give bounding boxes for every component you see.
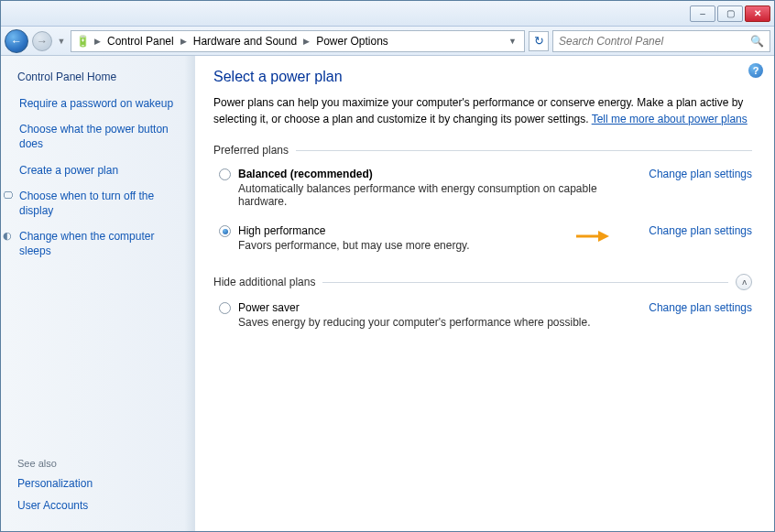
- maximize-button[interactable]: ▢: [717, 5, 743, 22]
- address-bar: ← → ▼ 🔋 ▶ Control Panel ▶ Hardware and S…: [1, 27, 774, 56]
- see-also-header: See also: [17, 458, 183, 469]
- breadcrumb-root[interactable]: Control Panel: [105, 35, 176, 48]
- refresh-button[interactable]: ↻: [529, 31, 549, 51]
- divider: [296, 150, 752, 151]
- forward-icon: →: [37, 35, 48, 48]
- intro-text: Power plans can help you maximize your c…: [213, 94, 752, 127]
- sidebar-link-turn-off-display[interactable]: 🖵Choose when to turn off the display: [17, 189, 183, 218]
- help-icon[interactable]: ?: [748, 63, 763, 78]
- forward-button[interactable]: →: [32, 31, 52, 51]
- tell-me-more-link[interactable]: Tell me more about power plans: [592, 113, 748, 125]
- search-input[interactable]: [559, 35, 750, 48]
- change-plan-settings-saver[interactable]: Change plan settings: [649, 301, 752, 314]
- breadcrumb-box[interactable]: 🔋 ▶ Control Panel ▶ Hardware and Sound ▶…: [71, 30, 525, 52]
- plan-desc: Automatically balances performance with …: [238, 182, 639, 208]
- sidebar-item-label: User Accounts: [17, 498, 88, 513]
- breadcrumb-mid[interactable]: Hardware and Sound: [191, 35, 299, 48]
- page-title: Select a power plan: [213, 69, 752, 85]
- close-button[interactable]: ✕: [745, 5, 770, 22]
- sidebar-link-create-plan[interactable]: Create a power plan: [17, 163, 183, 178]
- annotation-arrow-icon: [576, 230, 609, 243]
- chevron-right-icon: ▶: [92, 37, 104, 46]
- search-icon: 🔍: [750, 35, 764, 48]
- change-plan-settings-high[interactable]: Change plan settings: [649, 224, 752, 237]
- minimize-button[interactable]: –: [690, 5, 715, 22]
- blank-icon: [3, 122, 16, 151]
- moon-icon: ◐: [3, 229, 16, 258]
- control-panel-home-link[interactable]: Control Panel Home: [17, 71, 183, 83]
- back-button[interactable]: ←: [5, 29, 28, 53]
- svg-marker-1: [598, 231, 609, 242]
- sidebar: Control Panel Home Require a password on…: [1, 56, 195, 531]
- sidebar-item-label: Require a password on wakeup: [19, 96, 173, 111]
- plan-power-saver[interactable]: Power saver Saves energy by reducing you…: [213, 299, 752, 343]
- divider: [322, 282, 728, 283]
- sidebar-link-personalization[interactable]: Personalization: [17, 476, 183, 491]
- radio-power-saver[interactable]: [219, 302, 231, 314]
- close-icon: ✕: [754, 8, 761, 18]
- power-options-icon: 🔋: [75, 34, 90, 49]
- breadcrumb-dropdown[interactable]: ▼: [505, 37, 520, 46]
- chevron-right-icon: ▶: [178, 37, 190, 46]
- plan-high-performance[interactable]: High performance Favors performance, but…: [213, 223, 752, 266]
- sidebar-link-power-button[interactable]: Choose what the power button does: [17, 122, 183, 151]
- nav-history-dropdown[interactable]: ▼: [56, 31, 67, 51]
- sidebar-link-password-wakeup[interactable]: Require a password on wakeup: [17, 96, 183, 111]
- sidebar-item-label: Choose what the power button does: [19, 122, 183, 151]
- section-label: Hide additional plans: [213, 276, 315, 288]
- chevron-right-icon: ▶: [300, 37, 312, 46]
- collapse-icon[interactable]: ʌ: [736, 274, 752, 290]
- plan-desc: Saves energy by reducing your computer's…: [238, 316, 639, 329]
- plan-name-label: High performance: [238, 224, 325, 237]
- titlebar: – ▢ ✕: [1, 1, 774, 27]
- radio-balanced[interactable]: [219, 168, 231, 180]
- preferred-plans-header: Preferred plans: [213, 144, 752, 157]
- radio-high-performance[interactable]: [219, 225, 231, 237]
- sidebar-item-label: Personalization: [17, 476, 93, 491]
- sidebar-item-label: Choose when to turn off the display: [19, 189, 183, 218]
- sidebar-item-label: Change when the computer sleeps: [19, 229, 183, 258]
- section-label: Preferred plans: [213, 144, 289, 157]
- plan-balanced[interactable]: Balanced (recommended) Automatically bal…: [213, 166, 752, 223]
- back-icon: ←: [11, 35, 22, 48]
- blank-icon: [3, 163, 16, 178]
- sidebar-item-label: Create a power plan: [19, 163, 118, 178]
- main-content: ? Select a power plan Power plans can he…: [195, 56, 774, 531]
- sidebar-link-computer-sleeps[interactable]: ◐Change when the computer sleeps: [17, 229, 183, 258]
- change-plan-settings-balanced[interactable]: Change plan settings: [649, 168, 752, 180]
- monitor-icon: 🖵: [3, 189, 16, 218]
- sidebar-link-user-accounts[interactable]: User Accounts: [17, 498, 183, 513]
- plan-name-label: Balanced (recommended): [238, 168, 373, 180]
- blank-icon: [3, 96, 16, 111]
- hide-additional-header[interactable]: Hide additional plans ʌ: [213, 274, 752, 290]
- minimize-icon: –: [700, 8, 705, 18]
- search-box[interactable]: 🔍: [552, 30, 770, 52]
- refresh-icon: ↻: [534, 34, 544, 48]
- maximize-icon: ▢: [726, 8, 735, 18]
- plan-name-label: Power saver: [238, 301, 300, 314]
- breadcrumb-leaf[interactable]: Power Options: [314, 35, 390, 48]
